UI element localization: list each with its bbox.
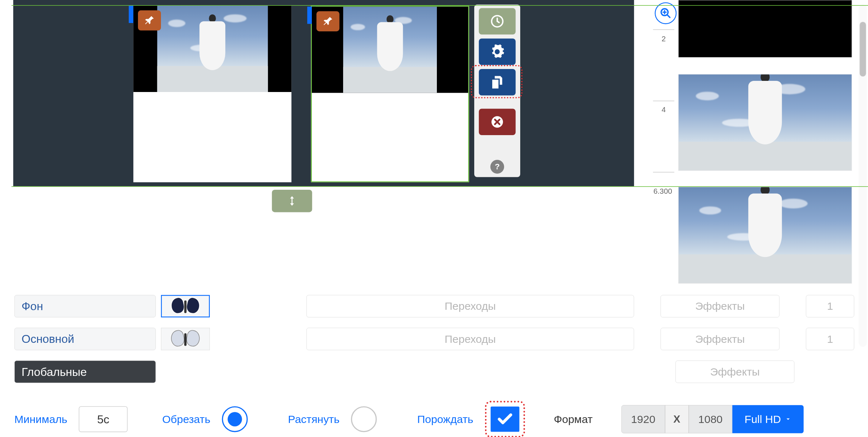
timeline-marker-6: 6.300 [648,187,677,196]
clip-copy-button[interactable] [479,69,516,96]
effects-button-bg[interactable]: Эффекты [660,295,779,317]
timeline-tick [653,29,674,30]
clip-time-button[interactable] [479,8,516,34]
clip-help-button[interactable]: ? [490,160,504,174]
preview-frame-1[interactable] [678,74,852,171]
format-separator: X [665,405,689,433]
selection-guide-top [11,5,868,6]
count-input-bg[interactable]: 1 [806,295,854,317]
crop-radio[interactable] [222,406,248,432]
annotation-highlight-spawn [485,401,525,437]
pin-button[interactable] [138,10,161,31]
gear-icon [490,44,505,59]
scrollbar-track[interactable] [859,5,867,347]
scrollbar-thumb[interactable] [860,22,866,77]
copy-icon [490,75,505,90]
min-duration-input[interactable]: 5с [79,406,128,432]
timeline-clip-1[interactable] [133,6,291,182]
spawn-label: Порождать [417,413,473,425]
timeline-tick [653,101,674,101]
preview-frame-0[interactable] [678,0,852,58]
pin-button[interactable] [317,11,340,31]
timeline-marker-2: 2 [653,34,674,43]
pin-icon [144,15,155,26]
selection-guide-bottom [11,186,868,187]
layer-global-button[interactable]: Глобальные [14,360,156,383]
radio-dot-icon [228,412,242,426]
format-preset-dropdown[interactable]: Full HD [732,405,803,433]
clip-tool-panel: ? [474,5,520,177]
format-preset-label: Full HD [744,413,781,425]
crop-label: Обрезать [162,413,210,425]
search-plus-icon [659,7,672,19]
effects-button-main[interactable]: Эффекты [660,328,779,350]
layer-main-button[interactable]: Основной [14,328,156,350]
timeline-marker-4: 4 [653,105,674,114]
clip-delete-button[interactable] [479,109,516,135]
clock-icon [490,14,505,29]
layer-bg-thumb[interactable] [161,295,210,317]
timeline-clip-2-selected[interactable] [311,6,469,182]
format-label: Формат [554,413,592,425]
transitions-button-bg[interactable]: Переходы [306,295,634,317]
preview-frame-2[interactable] [678,187,852,284]
check-icon [495,410,515,428]
timeline-tick [653,172,674,172]
spawn-checkbox[interactable] [490,406,519,432]
pin-icon [322,15,334,27]
close-circle-icon [490,115,504,129]
count-input-main[interactable]: 1 [806,328,854,350]
width-input[interactable]: 1920 [621,405,665,433]
effects-button-global[interactable]: Эффекты [675,360,794,383]
layer-background-button[interactable]: Фон [14,295,156,317]
caret-down-icon [785,416,791,423]
format-bar: Минималь 5с Обрезать Растянуть Порождать… [14,402,859,436]
min-label: Минималь [14,413,67,425]
track-resize-handle[interactable] [272,190,312,212]
height-input[interactable]: 1080 [689,405,733,433]
clip-settings-button[interactable] [479,38,516,65]
format-group: 1920 X 1080 Full HD [621,405,803,433]
layer-main-thumb[interactable] [161,328,210,350]
stretch-label: Растянуть [288,413,340,425]
arrows-vertical-icon [286,193,298,208]
stretch-radio[interactable] [351,406,377,432]
transitions-button-main[interactable]: Переходы [306,328,634,350]
